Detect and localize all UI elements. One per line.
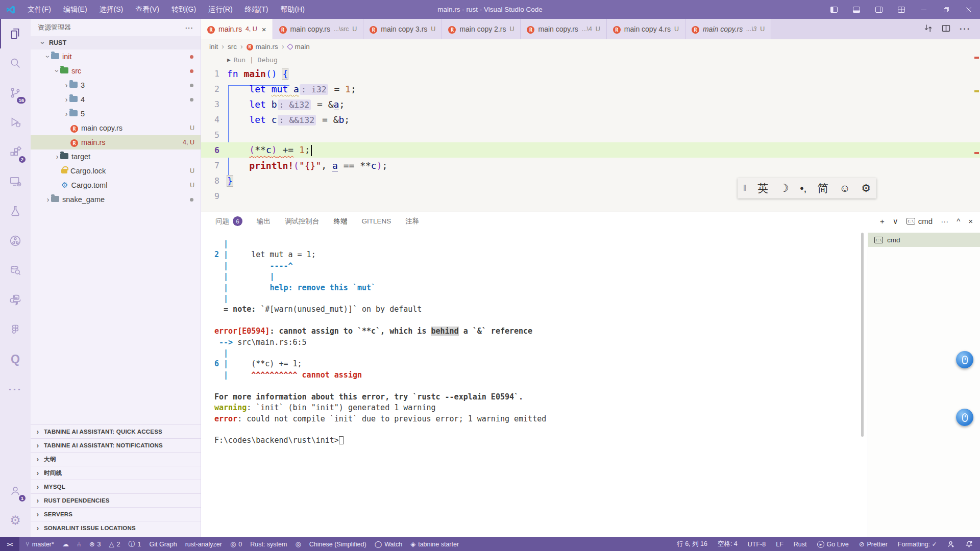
- layout-secondary-icon[interactable]: [868, 0, 890, 19]
- menu-item[interactable]: 文件(F): [22, 3, 56, 16]
- breadcrumb-item[interactable]: main: [288, 43, 310, 51]
- status-language-pack[interactable]: Chinese (Simplified): [309, 541, 366, 548]
- layout-grid-icon[interactable]: [890, 0, 913, 19]
- status-gitlens-branch[interactable]: ⑃: [77, 541, 81, 547]
- terminal-output[interactable]: |2 | let mut a = 1; | ----^ | | | help: …: [214, 239, 857, 530]
- menu-item[interactable]: 转到(G): [166, 3, 201, 16]
- close-panel-icon[interactable]: ×: [968, 217, 973, 226]
- compare-changes-icon[interactable]: [924, 24, 933, 35]
- breadcrumb-item[interactable]: init: [209, 43, 218, 51]
- status-problems[interactable]: ⊗3: [89, 541, 101, 548]
- editor-tab[interactable]: Rmain copy.rs...\srcU: [273, 19, 364, 39]
- panel-tab-输出[interactable]: 输出: [257, 212, 271, 230]
- panel-tab-终端[interactable]: 终端: [334, 212, 348, 230]
- status-rust-toolchain[interactable]: Rust: system: [250, 541, 287, 548]
- code-line-3[interactable]: 3 let b: &i32 = &a;: [201, 96, 980, 112]
- activity-python-icon[interactable]: [0, 285, 31, 315]
- editor-tab[interactable]: Rmain.rs4, U×: [201, 19, 273, 39]
- terminal-shell-tab[interactable]: C:\cmd: [906, 217, 933, 226]
- editor-tab[interactable]: Rmain copy 4.rsU: [607, 19, 685, 39]
- sidebar-section[interactable]: ›SERVERS: [31, 507, 201, 521]
- tree-item-3[interactable]: ›3: [31, 78, 201, 92]
- scroll-mouse-button[interactable]: [956, 351, 973, 368]
- ime-toolbar[interactable]: ‖英☽•,简☺⚙: [738, 178, 876, 198]
- tree-item-5[interactable]: ›5: [31, 107, 201, 121]
- more-actions-icon[interactable]: ···: [941, 217, 948, 226]
- tree-item-main-copy.rs[interactable]: Rmain copy.rsU: [31, 121, 201, 135]
- status-git-branch[interactable]: ⑂master*: [26, 541, 54, 548]
- status-infos[interactable]: ⓘ1: [129, 541, 141, 548]
- code-line-2[interactable]: 2 let mut a: i32 = 1;: [201, 81, 980, 96]
- tree-item-4[interactable]: ›4: [31, 92, 201, 107]
- activity-sonarlint-icon[interactable]: [0, 256, 31, 285]
- status-go-live[interactable]: ▸Go Live: [817, 541, 849, 548]
- split-editor-icon[interactable]: [942, 24, 950, 35]
- status-watch-eye[interactable]: ◎: [295, 541, 301, 547]
- activity-test-beaker-icon[interactable]: [0, 196, 31, 226]
- breadcrumb-item[interactable]: src: [228, 43, 237, 51]
- tree-item-snake_game[interactable]: ›snake_game: [31, 192, 201, 207]
- sidebar-section[interactable]: ›时间线: [31, 466, 201, 480]
- status-notifications-bell-icon[interactable]: [965, 540, 973, 548]
- status-eol[interactable]: LF: [776, 541, 783, 548]
- activity-run-debug-icon[interactable]: [0, 108, 31, 137]
- activity-explorer-icon[interactable]: [0, 19, 31, 48]
- status-tabnine[interactable]: ◈tabnine starter: [410, 541, 459, 548]
- close-icon[interactable]: [958, 0, 980, 19]
- activity-source-control-icon[interactable]: 16: [0, 78, 31, 108]
- explorer-more-actions[interactable]: ···: [185, 24, 193, 32]
- panel-tab-问题[interactable]: 问题6: [215, 212, 242, 230]
- sidebar-section[interactable]: ›大纲: [31, 452, 201, 466]
- code-line-7[interactable]: 7 println!("{}", a == **c);: [201, 158, 980, 173]
- activity-remote-explorer-icon[interactable]: [0, 167, 31, 196]
- close-icon[interactable]: ×: [262, 25, 266, 34]
- activity-more-icon[interactable]: ···: [0, 374, 31, 404]
- restore-icon[interactable]: [935, 0, 958, 19]
- status-warnings[interactable]: △2: [109, 541, 120, 548]
- layout-panel-icon[interactable]: [845, 0, 868, 19]
- status-cursor-position[interactable]: 行 6, 列 16: [677, 540, 707, 548]
- layout-sidebar-icon[interactable]: [823, 0, 845, 19]
- run-debug-codelens[interactable]: ▶ Run | Debug: [201, 54, 980, 66]
- tree-item-src[interactable]: ›src: [31, 64, 201, 78]
- editor-tab[interactable]: Rmain copy.rs...\3U: [685, 19, 771, 39]
- more-actions-icon[interactable]: ···: [960, 24, 971, 34]
- editor-tab[interactable]: Rmain copy 2.rsU: [442, 19, 521, 39]
- tree-item-Cargo.lock[interactable]: Cargo.lockU: [31, 164, 201, 178]
- tree-item-main.rs[interactable]: Rmain.rs4, U: [31, 135, 201, 149]
- breadcrumb-item[interactable]: Rmain.rs: [247, 42, 278, 51]
- activity-git-graph-icon[interactable]: [0, 226, 31, 256]
- status-watch[interactable]: ◯Watch: [375, 541, 403, 548]
- menu-item[interactable]: 编辑(E): [58, 3, 92, 16]
- activity-account-icon[interactable]: 1: [0, 476, 31, 506]
- ime-mode-english[interactable]: 英: [757, 181, 768, 195]
- menu-item[interactable]: 帮助(H): [275, 3, 309, 16]
- code-line-6[interactable]: 6 (**c) += 1;: [201, 142, 980, 158]
- menu-item[interactable]: 终端(T): [240, 3, 274, 16]
- sidebar-section[interactable]: ›RUST DEPENDENCIES: [31, 493, 201, 507]
- menu-item[interactable]: 查看(V): [130, 3, 164, 16]
- editor-tab[interactable]: Rmain copy.rs...\4U: [521, 19, 606, 39]
- minimize-icon[interactable]: [913, 0, 935, 19]
- ime-simplified[interactable]: 简: [818, 181, 828, 195]
- status-feedback-person-icon[interactable]: [947, 540, 955, 548]
- ime-settings-icon[interactable]: ⚙: [861, 182, 871, 194]
- status-error-lens[interactable]: ◎0: [230, 541, 242, 548]
- status-formatting[interactable]: Formatting: ✓: [898, 540, 937, 548]
- activity-figma-icon[interactable]: [0, 315, 31, 344]
- status-indentation[interactable]: 空格: 4: [718, 540, 738, 548]
- terminal-scrollbar[interactable]: [861, 233, 864, 437]
- scroll-mouse-button[interactable]: [956, 409, 973, 426]
- ime-moon-icon[interactable]: ☽: [779, 182, 789, 194]
- terminal-list-item-cmd[interactable]: C:\cmd: [868, 233, 980, 247]
- code-line-4[interactable]: 4 let c: &&i32 = &b;: [201, 112, 980, 127]
- activity-extensions-icon[interactable]: 2: [0, 137, 31, 167]
- tree-item-Cargo.toml[interactable]: ⚙Cargo.tomlU: [31, 178, 201, 192]
- tree-item-target[interactable]: ›target: [31, 149, 201, 164]
- panel-tab-GITLENS[interactable]: GITLENS: [362, 212, 391, 230]
- status-encoding[interactable]: UTF-8: [748, 541, 766, 548]
- activity-search-icon[interactable]: [0, 48, 31, 78]
- ime-punctuation-icon[interactable]: •,: [800, 182, 806, 194]
- code-line-5[interactable]: 5: [201, 127, 980, 142]
- chevron-down-icon[interactable]: ∨: [893, 217, 898, 226]
